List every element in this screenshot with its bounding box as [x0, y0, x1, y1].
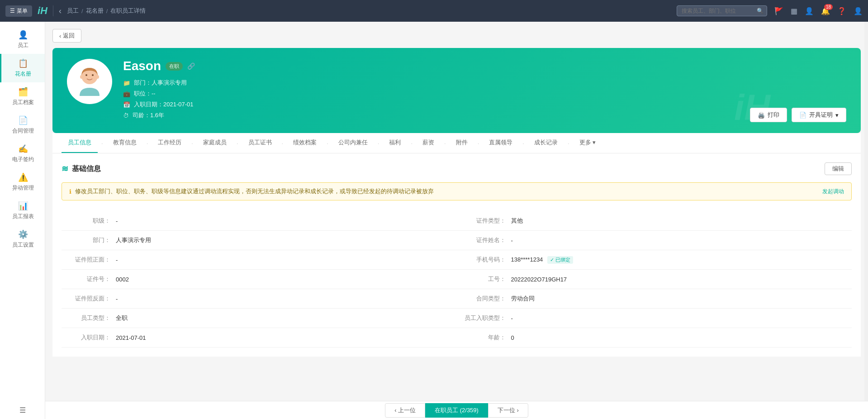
anomaly-icon: ⚠️ [18, 172, 28, 182]
tab-growth[interactable]: 成长记录 [528, 133, 564, 153]
sidebar-item-roster[interactable]: 📋 花名册 [0, 54, 45, 82]
notification-badge: 18 [824, 4, 833, 10]
content-area: ≋ 基础信息 编辑 ℹ 修改员工部门、职位、职务、职级等信息建议通过调动流程实现… [52, 153, 861, 357]
contract-icon: 📄 [18, 115, 28, 125]
back-arrow-icon: ‹ [59, 33, 61, 39]
nav-group: ‹ 上一位 在职员工 (2/359) 下一位 › [385, 403, 528, 418]
print-button[interactable]: 🖨️ 打印 [750, 108, 787, 122]
rank-value: - [116, 218, 118, 224]
position-row: 💼 职位：-- [123, 90, 846, 98]
next-arrow-icon: › [517, 407, 519, 414]
position-label: 职位：-- [134, 90, 156, 98]
id-type-value: 其他 [511, 217, 523, 225]
field-id-number: 证件号： 0002 [62, 270, 457, 289]
tab-certificates[interactable]: 员工证书 [242, 133, 278, 153]
warning-text: 修改员工部门、职位、职务、职级等信息建议通过调动流程实现，否则无法生成异动记录和… [75, 187, 434, 195]
tab-concurrent[interactable]: 公司内兼任 [332, 133, 374, 153]
tabs-navigation: 员工信息 · 教育信息 · 工作经历 · 家庭成员 · 员工证书 · 绩效档案 … [52, 133, 861, 153]
tab-work-history[interactable]: 工作经历 [152, 133, 188, 153]
tab-salary[interactable]: 薪资 [416, 133, 441, 153]
menu-icon: ☰ [10, 8, 15, 14]
tab-family[interactable]: 家庭成员 [197, 133, 233, 153]
menu-button[interactable]: ☰ 菜单 [5, 5, 32, 17]
tab-performance[interactable]: 绩效档案 [287, 133, 323, 153]
field-id-name: 证件姓名： - [457, 231, 852, 250]
current-position-button[interactable]: 在职员工 (2/359) [425, 403, 488, 418]
phone-number: 138****1234 [511, 256, 543, 263]
initiate-transfer-link[interactable]: 发起调动 [822, 188, 844, 195]
sidebar: 👤 员工 📋 花名册 🗂️ 员工档案 📄 合同管理 ✍️ 电子签约 ⚠️ 异动管… [0, 22, 45, 419]
back-button[interactable]: ‹ 返回 [52, 29, 81, 43]
cert-button[interactable]: 📄 开具证明 ▾ [792, 108, 846, 122]
join-date-label: 入职日期：2021-07-01 [134, 100, 194, 109]
prev-label: 上一位 [398, 407, 416, 414]
search-input[interactable] [677, 5, 767, 16]
id-back-label: 证件照反面： [62, 295, 116, 303]
dept-field-value: 人事演示专用 [116, 236, 151, 244]
svg-point-2 [92, 74, 94, 76]
search-icon: 🔍 [757, 8, 764, 14]
nav-divider [53, 5, 53, 16]
section-title: ≋ 基础信息 [62, 164, 101, 174]
flag-icon[interactable]: 🚩 [774, 7, 783, 15]
breadcrumb-roster: 花名册 [86, 7, 104, 15]
help-icon[interactable]: ❓ [837, 7, 846, 15]
sidebar-item-archive[interactable]: 🗂️ 员工档案 [0, 82, 45, 111]
employee-icon: 👤 [18, 30, 28, 40]
sidebar-collapse-btn[interactable]: ☰ [0, 401, 45, 419]
search-wrapper: 🔍 [677, 5, 767, 16]
svg-point-3 [80, 75, 83, 79]
verified-label: 已绑定 [555, 257, 570, 263]
age-value: 0 [511, 334, 514, 341]
breadcrumb-employee: 员工 [67, 7, 79, 15]
tab-leader[interactable]: 直属领导 [483, 133, 519, 153]
employee-name: Eason [123, 59, 161, 73]
grid-icon[interactable]: ▦ [791, 7, 797, 15]
link-icon: 🔗 [187, 62, 195, 70]
rank-label: 职级： [62, 217, 116, 225]
edit-button[interactable]: 编辑 [825, 162, 852, 175]
warning-bar: ℹ 修改员工部门、职位、职务、职级等信息建议通过调动流程实现，否则无法生成异动记… [62, 182, 852, 200]
tab-education[interactable]: 教育信息 [107, 133, 143, 153]
field-phone: 手机号码： 138****1234 ✓ 已绑定 [457, 250, 852, 270]
next-employee-button[interactable]: 下一位 › [488, 403, 528, 418]
sidebar-item-anomaly[interactable]: ⚠️ 异动管理 [0, 168, 45, 196]
id-name-label: 证件姓名： [457, 236, 511, 244]
field-id-front: 证件照正面： - [62, 250, 457, 270]
notification-icon[interactable]: 🔔 18 [821, 7, 830, 15]
check-icon: ✓ [550, 257, 554, 263]
bottom-navigation: ‹ 上一位 在职员工 (2/359) 下一位 › [45, 401, 868, 419]
sidebar-item-employee[interactable]: 👤 员工 [0, 25, 45, 54]
tab-welfare[interactable]: 福利 [383, 133, 407, 153]
sidebar-item-esign[interactable]: ✍️ 电子签约 [0, 139, 45, 168]
tab-attachments[interactable]: 附件 [450, 133, 474, 153]
field-department: 部门： 人事演示专用 [62, 231, 457, 250]
sidebar-item-report[interactable]: 📊 员工报表 [0, 196, 45, 225]
id-front-value: - [116, 257, 118, 263]
profile-info: Eason 在职 🔗 📁 部门：人事演示专用 💼 职位：-- 📅 入职日期：20… [123, 59, 846, 122]
user-icon[interactable]: 👤 [805, 7, 814, 15]
collapse-icon: ☰ [19, 406, 26, 414]
back-nav-icon[interactable]: ‹ [59, 6, 62, 16]
tab-employee-info[interactable]: 员工信息 [62, 133, 98, 153]
cert-icon: 📄 [799, 112, 806, 119]
account-icon[interactable]: 👤 [854, 7, 863, 15]
field-contract-type: 合同类型： 劳动合同 [457, 289, 852, 309]
onboard-type-label: 员工入职类型： [457, 314, 511, 322]
scrollbar[interactable] [864, 22, 868, 419]
breadcrumb-current: 在职员工详情 [110, 7, 146, 15]
sidebar-label-report: 员工报表 [12, 213, 34, 220]
print-label: 打印 [768, 111, 779, 119]
sidebar-label-roster: 花名册 [15, 70, 31, 78]
sidebar-item-contract[interactable]: 📄 合同管理 [0, 111, 45, 139]
calendar-icon: 📅 [123, 101, 130, 108]
settings-icon: ⚙️ [18, 229, 28, 239]
emp-type-label: 员工类型： [62, 314, 116, 322]
prev-employee-button[interactable]: ‹ 上一位 [385, 403, 425, 418]
field-work-number: 工号： 20222022O719GH17 [457, 270, 852, 289]
contract-type-label: 合同类型： [457, 295, 511, 303]
sidebar-item-settings[interactable]: ⚙️ 员工设置 [0, 225, 45, 253]
cert-dropdown-icon: ▾ [835, 112, 839, 119]
join-date-field-value: 2021-07-01 [116, 334, 146, 341]
tab-more[interactable]: 更多 ▾ [573, 133, 602, 153]
